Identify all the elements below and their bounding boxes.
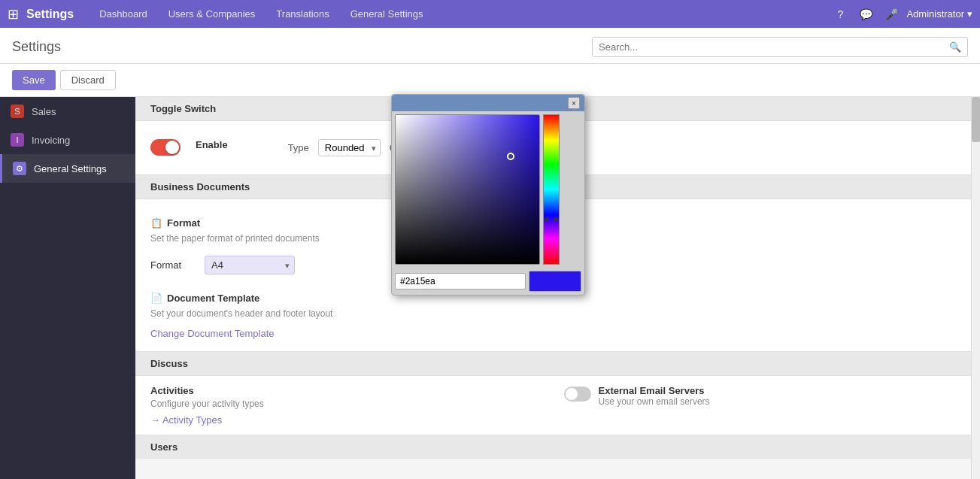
scrollbar-thumb[interactable] [972, 97, 980, 142]
sidebar-item-sales[interactable]: S Sales [0, 97, 135, 126]
type-select-wrapper: Rounded Square [318, 139, 381, 156]
format-desc: Set the paper format of printed document… [150, 233, 376, 244]
user-dropdown-icon: ▾ [967, 8, 972, 20]
color-preview [529, 271, 581, 292]
nav-general-settings[interactable]: General Settings [340, 0, 434, 28]
chat-icon[interactable]: 💬 [855, 4, 876, 25]
email-servers-desc: Use your own email servers [599, 396, 710, 407]
scrollbar-track[interactable] [971, 97, 980, 479]
search-bar: 🔍 [592, 37, 968, 57]
enable-label: Enable [196, 139, 228, 150]
activities-desc: Configure your activity types [150, 399, 552, 409]
nav-translations[interactable]: Translations [265, 0, 339, 28]
discard-button[interactable]: Discard [60, 70, 116, 90]
email-servers-text: External Email Servers Use your own emai… [599, 385, 710, 407]
search-input[interactable] [593, 38, 943, 56]
color-picker-close[interactable]: × [568, 97, 580, 109]
email-servers-toggle[interactable] [564, 387, 591, 402]
apps-grid-icon[interactable]: ⊞ [8, 6, 19, 23]
activity-types-link[interactable]: → Activity Types [150, 414, 552, 426]
template-desc: Set your document's header and footer la… [150, 308, 376, 319]
sidebar-item-general[interactable]: ⚙ General Settings [0, 154, 135, 183]
color-picker-body [392, 111, 584, 268]
sidebar-label-invoicing: Invoicing [32, 135, 70, 146]
sales-icon: S [11, 105, 24, 118]
navbar: ⊞ Settings Dashboard Users & Companies T… [0, 0, 980, 28]
email-servers-title: External Email Servers [599, 385, 705, 396]
save-button[interactable]: Save [12, 70, 56, 90]
enable-toggle[interactable] [150, 139, 181, 156]
color-picker-footer [392, 268, 584, 295]
type-select[interactable]: Rounded Square [318, 139, 381, 156]
app-title: Settings [26, 8, 74, 21]
sidebar: S Sales I Invoicing ⚙ General Settings [0, 97, 135, 479]
email-servers-row: External Email Servers Use your own emai… [564, 385, 966, 407]
navbar-right: ? 💬 🎤 Administrator ▾ [830, 4, 972, 25]
activities-item: Activities Configure your activity types… [150, 385, 552, 426]
sidebar-item-invoicing[interactable]: I Invoicing [0, 126, 135, 154]
format-title: Format [167, 217, 200, 229]
color-picker-titlebar: × [392, 95, 584, 111]
color-picker-gradient-bg [396, 115, 539, 264]
format-select-wrapper: A4 Letter A3 [205, 256, 295, 274]
color-picker-hue[interactable] [543, 114, 560, 265]
general-icon: ⚙ [13, 162, 26, 175]
nav-menu: Dashboard Users & Companies Translations… [89, 0, 830, 28]
page-title: Settings [12, 39, 61, 55]
settings-header: Settings 🔍 [0, 28, 980, 64]
format-select[interactable]: A4 Letter A3 [205, 256, 295, 274]
sidebar-label-sales: Sales [32, 106, 56, 117]
discuss-section-body: Activities Configure your activity types… [135, 376, 980, 435]
action-buttons-row: Save Discard [0, 64, 980, 97]
search-icon[interactable]: 🔍 [943, 38, 967, 56]
color-picker-gradient[interactable] [395, 114, 540, 265]
template-icon: 📄 [150, 293, 162, 304]
nav-users-companies[interactable]: Users & Companies [158, 0, 266, 28]
mic-icon[interactable]: 🎤 [881, 4, 902, 25]
hue-arrow-right [554, 217, 559, 223]
user-label: Administrator [906, 8, 964, 20]
color-picker-dialog: × [391, 94, 585, 296]
activities-title: Activities [150, 385, 552, 396]
nav-dashboard[interactable]: Dashboard [89, 0, 158, 28]
user-menu[interactable]: Administrator ▾ [906, 8, 972, 20]
format-label: Format [150, 259, 196, 271]
format-icon: 📋 [150, 217, 162, 229]
type-label: Type [288, 142, 309, 153]
discuss-section-header: Discuss [135, 352, 980, 376]
template-title: Document Template [167, 293, 259, 304]
invoicing-icon: I [11, 133, 24, 147]
color-picker-hue-indicator [544, 217, 559, 223]
template-link[interactable]: Change Document Template [150, 325, 965, 339]
color-hex-input[interactable] [395, 273, 526, 290]
toggle-knob [165, 141, 179, 154]
sidebar-label-general: General Settings [34, 163, 107, 174]
users-section-header: Users [135, 435, 980, 459]
email-servers-toggle-knob [566, 388, 578, 400]
help-icon[interactable]: ? [830, 4, 851, 25]
hue-arrow-left [544, 217, 548, 223]
email-servers-item: External Email Servers Use your own emai… [564, 385, 966, 426]
